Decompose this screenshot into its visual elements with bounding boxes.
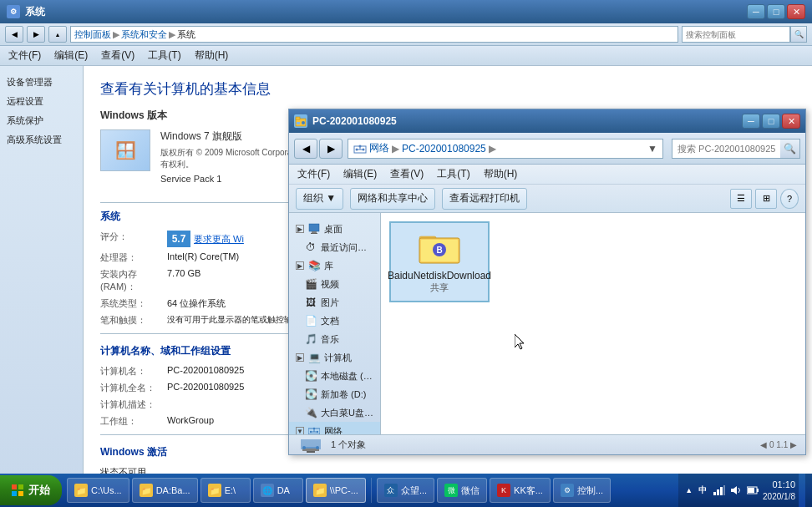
bg-ram-label: 安装内存(RAM)： <box>100 268 167 293</box>
bg-left-nav: 设备管理器 远程设置 系统保护 高级系统设置 <box>0 66 84 484</box>
explorer-address-network[interactable]: 网络 <box>369 141 389 155</box>
explorer-address-dropdown[interactable]: ▼ <box>647 143 657 155</box>
taskbar-label-3: DA <box>277 485 290 495</box>
taskbar-item-4[interactable]: 📁 \\PC-... <box>306 478 366 503</box>
svg-point-16 <box>317 431 318 433</box>
taskbar-item-3[interactable]: 🌐 DA <box>253 478 303 503</box>
explorer-remote-print-btn[interactable]: 查看远程打印机 <box>442 188 527 210</box>
tree-item-usb[interactable]: 🔌 大白菜U盘 (E:) <box>289 403 380 422</box>
taskbar-separator <box>371 478 372 503</box>
bg-maximize-btn[interactable]: □ <box>767 4 785 19</box>
tree-expand-desktop[interactable]: ▶ <box>296 225 304 233</box>
bg-search-input[interactable] <box>682 26 790 43</box>
tree-item-network[interactable]: ▼ 网络 <box>289 422 380 434</box>
explorer-close-btn[interactable]: ✕ <box>782 114 800 129</box>
tray-icon-battery[interactable] <box>746 484 759 497</box>
tree-label-ddrive: 新加卷 (D:) <box>321 388 366 401</box>
bg-nav-remote[interactable]: 远程设置 <box>0 92 83 111</box>
bg-menu-view[interactable]: 查看(V) <box>101 48 134 63</box>
explorer-menu-file[interactable]: 文件(F) <box>297 167 330 181</box>
explorer-search-input[interactable] <box>672 139 780 159</box>
explorer-minimize-btn[interactable]: ─ <box>742 114 760 129</box>
folder-item-baidu[interactable]: B BaiduNetdiskDownload 共享 <box>389 221 490 302</box>
tree-item-recent[interactable]: ⏱ 最近访问的位置 <box>289 238 380 256</box>
taskbar-icon-2: 📁 <box>208 484 221 497</box>
explorer-forward-btn[interactable]: ▶ <box>319 139 343 159</box>
explorer-organize-btn[interactable]: 组织 ▼ <box>296 188 343 210</box>
bg-forward-btn[interactable]: ▶ <box>27 26 45 43</box>
explorer-view-toggle[interactable]: ☰ <box>730 189 752 209</box>
system-tray: ▲ 中 01:10 2020 <box>678 474 812 507</box>
explorer-menu-help[interactable]: 帮助(H) <box>484 167 518 181</box>
bg-back-btn[interactable]: ◀ <box>5 26 23 43</box>
tray-show-hidden[interactable]: ▲ <box>685 486 693 494</box>
taskbar-item-7[interactable]: K KK客... <box>490 478 551 503</box>
bg-up-btn[interactable]: ▲ <box>48 26 67 43</box>
taskbar-item-0[interactable]: 📁 C:\Us... <box>67 478 129 503</box>
show-desktop-btn[interactable] <box>799 474 805 507</box>
bg-menu-file[interactable]: 文件(F) <box>8 48 41 63</box>
explorer-window-icon <box>294 114 307 128</box>
bg-score-value: 5.7 要求更高 Wi <box>167 231 244 247</box>
bg-computerfull-value: PC-202001080925 <box>167 382 244 392</box>
tree-expand-library[interactable]: ▶ <box>296 261 304 270</box>
taskbar: 开始 📁 C:\Us... 📁 DA:Ba... 📁 E:\ 🌐 DA 📁 \\… <box>0 474 812 507</box>
taskbar-item-6[interactable]: 微 微信 <box>437 478 487 503</box>
bg-nav-system-protection[interactable]: 系统保护 <box>0 111 83 130</box>
tree-item-cdrive[interactable]: 💽 本地磁盘 (C:) <box>289 367 380 385</box>
bg-systype-value: 64 位操作系统 <box>167 297 226 310</box>
tree-item-desktop[interactable]: ▶ 桌面 <box>289 220 380 238</box>
tree-item-library[interactable]: ▶ 📚 库 <box>289 256 380 275</box>
explorer-view-grid[interactable]: ⊞ <box>755 189 777 209</box>
explorer-menu-tools[interactable]: 工具(T) <box>437 167 469 181</box>
tree-expand-computer[interactable]: ▶ <box>296 353 304 362</box>
svg-marker-39 <box>731 486 737 494</box>
explorer-nav-tree: ▶ 桌面 ⏱ 最近访问的位置 ▶ 📚 库 <box>289 213 381 434</box>
explorer-network-share-label: 网络和共享中心 <box>358 191 428 205</box>
tree-label-desktop: 桌面 <box>324 223 343 236</box>
documents-icon: 📄 <box>304 314 317 327</box>
bg-breadcrumb-bar: 控制面板 ▶ 系统和安全 ▶ 系统 <box>70 26 678 43</box>
explorer-back-btn[interactable]: ◀ <box>294 139 317 159</box>
tree-item-pictures[interactable]: 🖼 图片 <box>289 293 380 312</box>
start-button[interactable]: 开始 <box>0 475 62 505</box>
taskbar-icon-0: 📁 <box>74 484 88 497</box>
taskbar-item-2[interactable]: 📁 E:\ <box>200 478 251 503</box>
explorer-help-btn[interactable]: ? <box>780 189 799 209</box>
bg-menu-edit[interactable]: 编辑(E) <box>54 48 88 63</box>
taskbar-item-8[interactable]: ⚙ 控制... <box>553 478 611 503</box>
bg-breadcrumb-part1[interactable]: 控制面板 <box>74 28 111 41</box>
svg-rect-35 <box>713 492 716 495</box>
bg-search-button[interactable]: 🔍 <box>790 26 807 43</box>
taskbar-item-5[interactable]: 众 众望... <box>377 478 434 503</box>
tree-item-music[interactable]: 🎵 音乐 <box>289 330 380 348</box>
taskbar-items: 📁 C:\Us... 📁 DA:Ba... 📁 E:\ 🌐 DA 📁 \\PC-… <box>67 478 678 503</box>
tree-item-computer[interactable]: ▶ 💻 计算机 <box>289 348 380 367</box>
explorer-menu-edit[interactable]: 编辑(E) <box>343 167 377 181</box>
tree-item-documents[interactable]: 📄 文档 <box>289 312 380 330</box>
explorer-network-share-btn[interactable]: 网络和共享中心 <box>350 188 435 210</box>
taskbar-date-text: 2020/1/8 <box>763 491 795 502</box>
bg-menu-help[interactable]: 帮助(H) <box>195 48 229 63</box>
explorer-menu-view[interactable]: 查看(V) <box>390 167 424 181</box>
taskbar-clock[interactable]: 01:10 2020/1/8 <box>763 479 795 501</box>
bg-breadcrumb-part2[interactable]: 系统和安全 <box>121 28 167 41</box>
taskbar-icon-1: 📁 <box>140 484 153 497</box>
taskbar-item-1[interactable]: 📁 DA:Ba... <box>132 478 198 503</box>
explorer-address-computer[interactable]: PC-202001080925 <box>402 143 486 155</box>
tree-item-videos[interactable]: 🎬 视频 <box>289 275 380 293</box>
bg-score-link[interactable]: 要求更高 Wi <box>194 233 244 246</box>
tray-icon-volume[interactable] <box>729 484 743 497</box>
explorer-search-button[interactable]: 🔍 <box>780 139 800 159</box>
bg-menu-tools[interactable]: 工具(T) <box>148 48 180 63</box>
explorer-maximize-btn[interactable]: □ <box>762 114 780 129</box>
tray-icon-network[interactable] <box>713 484 726 497</box>
bg-minimize-btn[interactable]: ─ <box>747 4 765 19</box>
tree-item-ddrive[interactable]: 💽 新加卷 (D:) <box>289 385 380 403</box>
bg-close-btn[interactable]: ✕ <box>787 4 805 19</box>
bg-nav-advanced[interactable]: 高级系统设置 <box>0 130 83 150</box>
bg-nav-device-manager[interactable]: 设备管理器 <box>0 73 83 92</box>
tree-expand-network[interactable]: ▼ <box>296 427 304 434</box>
tray-icon-ime[interactable]: 中 <box>696 484 709 497</box>
cdrive-icon: 💽 <box>304 369 317 383</box>
